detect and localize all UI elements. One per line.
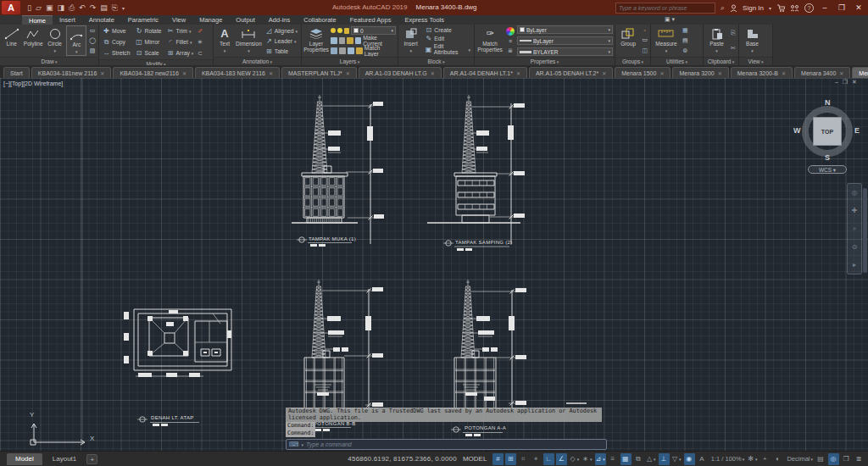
quick-calculator-icon[interactable]: ▤: [682, 37, 688, 44]
layer-dropdown-caret-icon[interactable]: ▾: [391, 28, 393, 33]
dropdown-arrow-icon[interactable]: [192, 50, 194, 56]
line-button[interactable]: Line: [2, 25, 21, 56]
user-avatar-icon[interactable]: [730, 4, 737, 12]
hatch-icon[interactable]: ▨: [90, 47, 96, 54]
dropdown-arrow-icon[interactable]: [654, 455, 656, 463]
layer-dropdown[interactable]: 0 ▾: [351, 26, 396, 35]
color-wheel-icon[interactable]: [506, 27, 515, 36]
ribbon-button[interactable]: ⊞ Array: [165, 47, 196, 58]
file-tab[interactable]: Start: [3, 67, 30, 78]
tab-close-icon[interactable]: ✕: [431, 70, 435, 76]
group-button[interactable]: Group: [617, 25, 639, 56]
3d-object-snap-icon[interactable]: △: [646, 453, 657, 465]
lineweight-icon[interactable]: ≡: [608, 453, 619, 465]
panel-label-draw[interactable]: Draw: [0, 57, 98, 65]
tab-close-icon[interactable]: ✕: [182, 70, 186, 76]
command-line-input[interactable]: ⌨ ▾ Type a command: [286, 439, 607, 450]
arc-button[interactable]: Arc: [66, 25, 86, 56]
ribbon-tab[interactable]: Insert: [53, 15, 82, 25]
autocad-logo-icon[interactable]: A: [2, 1, 20, 14]
layer-on-icon[interactable]: [331, 28, 336, 33]
dropdown-arrow-icon[interactable]: [810, 455, 813, 463]
graphics-performance-icon[interactable]: ◎: [828, 453, 839, 465]
dropdown-arrow-icon[interactable]: [755, 455, 758, 463]
file-tab[interactable]: KBA034-182 new2116 ✕: [113, 67, 193, 78]
circle-dropdown-icon[interactable]: [53, 47, 56, 53]
ribbon-tab[interactable]: Add-ins: [262, 15, 297, 25]
panel-label-properties[interactable]: Properties: [475, 57, 615, 65]
publish-icon[interactable]: ⎘: [112, 1, 118, 14]
help-icon[interactable]: ?: [804, 3, 814, 13]
id-point-icon[interactable]: ⊚: [682, 47, 687, 54]
viewport-window-buttons[interactable]: –❐✕: [835, 79, 861, 86]
object-snap-icon[interactable]: ⊿: [595, 453, 606, 465]
ribbon-button[interactable]: ◿ Aligned: [264, 27, 299, 35]
snap-mode-icon[interactable]: ⊞: [505, 453, 516, 465]
search-icon[interactable]: ⌕: [721, 3, 725, 14]
search-input[interactable]: [616, 5, 701, 11]
ribbon-button[interactable]: ↻ Rotate: [134, 25, 164, 36]
tab-close-icon[interactable]: ✕: [346, 70, 350, 76]
dropdown-arrow-icon[interactable]: [189, 28, 192, 34]
ribbon-tab[interactable]: View: [165, 15, 192, 25]
ortho-mode-icon[interactable]: ∟: [543, 453, 554, 465]
vertical-scrollbar-thumb[interactable]: [863, 188, 867, 273]
dimension-dropdown-icon[interactable]: [248, 47, 250, 53]
help-search-box[interactable]: [615, 3, 715, 14]
group-select-icon[interactable]: ◫: [642, 47, 648, 54]
orbit-icon[interactable]: ⊙: [852, 243, 858, 251]
autoscale-icon[interactable]: A: [697, 453, 708, 465]
drawing-canvas[interactable]: [−][Top][2D Wireframe] –❐✕ TAMPAK MUKA (…: [0, 78, 868, 451]
clean-screen-icon[interactable]: ❒: [841, 453, 852, 465]
ribbon-tab[interactable]: Home: [22, 15, 53, 25]
ribbon-tab[interactable]: Collaborate: [297, 15, 342, 25]
polar-tracking-icon[interactable]: ∠: [556, 453, 567, 465]
redo-icon[interactable]: ↷: [90, 1, 97, 14]
dropdown-arrow-icon[interactable]: [295, 28, 298, 34]
ribbon-button[interactable]: ⧉ Copy: [101, 36, 132, 47]
file-tab[interactable]: AR.A1-03 DENAH LT.G ✕: [359, 67, 442, 78]
viewcube-west[interactable]: W: [793, 126, 801, 135]
lineweight-dropdown[interactable]: BYLAYER ▾: [517, 47, 613, 56]
ribbon-button[interactable]: ✂ Trim: [165, 25, 196, 36]
ribbon-button[interactable]: ↗ Leader: [264, 37, 299, 45]
ribbon-tab[interactable]: Manage: [192, 15, 229, 25]
ribbon-button[interactable]: ⊡ Create: [423, 26, 472, 34]
app-store-cart-icon[interactable]: [776, 4, 785, 12]
viewcube[interactable]: N S W E TOP WCS ▾: [797, 101, 858, 177]
viewcube-east[interactable]: E: [854, 126, 860, 135]
sheet-set-icon[interactable]: ▤: [100, 1, 108, 14]
infer-constraints-icon[interactable]: ⌗: [518, 453, 529, 465]
layer-walk-icon[interactable]: [331, 47, 337, 54]
paste-dropdown-icon[interactable]: [715, 47, 718, 53]
dropdown-arrow-icon[interactable]: [679, 455, 682, 463]
file-tab[interactable]: AR.A1-05 DENAH LT.2* ✕: [529, 67, 613, 78]
measure-dropdown-icon[interactable]: [665, 47, 668, 53]
layer-lock-icon[interactable]: [344, 28, 349, 34]
ribbon-button[interactable]: ✚ Move: [101, 25, 132, 36]
ribbon-button[interactable]: ▣ Edit Attributes: [423, 43, 472, 55]
rectangle-icon[interactable]: ▭: [90, 27, 96, 34]
new-layout-button[interactable]: +: [86, 454, 97, 464]
ungroup-icon[interactable]: ▫: [643, 27, 645, 33]
tab-close-icon[interactable]: ✕: [718, 70, 722, 76]
viewcube-north[interactable]: N: [825, 98, 831, 107]
command-customize-icon[interactable]: ⌨: [289, 441, 299, 448]
linetype-icon[interactable]: ≡: [509, 38, 512, 44]
dropdown-arrow-icon[interactable]: [590, 455, 593, 463]
dimension-button[interactable]: Dimension: [236, 25, 262, 56]
paste-button[interactable]: Paste: [705, 25, 728, 56]
erase-icon[interactable]: ✐: [198, 28, 203, 35]
layer-freeze2-icon[interactable]: [347, 37, 353, 44]
tab-close-icon[interactable]: ✕: [839, 70, 843, 76]
selection-filtering-icon[interactable]: ▽: [671, 453, 682, 465]
viewcube-south[interactable]: S: [825, 153, 830, 162]
zoom-icon[interactable]: ⌕: [853, 225, 856, 233]
file-tab[interactable]: Menara 3400-B ✕: [852, 67, 868, 78]
close-button[interactable]: ✕: [853, 3, 865, 12]
wcs-dropdown[interactable]: WCS ▾: [808, 165, 847, 174]
circle-button[interactable]: Circle: [45, 25, 64, 56]
file-tab[interactable]: AR.A1-04 DENAH LT.1* ✕: [443, 67, 527, 78]
match-properties-button[interactable]: ✑ Match Properties: [476, 25, 504, 56]
panel-label-groups[interactable]: Groups: [615, 57, 650, 65]
